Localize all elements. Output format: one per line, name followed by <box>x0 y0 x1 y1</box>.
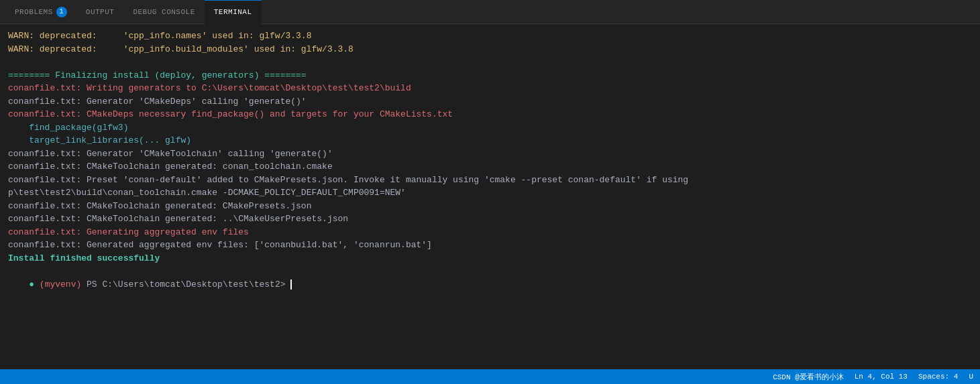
tab-problems-label: PROBLEMS <box>15 8 53 16</box>
tab-output-label: OUTPUT <box>86 8 115 16</box>
terminal-line-7: find_package(glfw3) <box>8 121 972 135</box>
terminal-line-1: WARN: deprecated: 'cpp_info.names' used … <box>8 29 972 43</box>
tab-terminal[interactable]: TERMINAL <box>205 0 262 24</box>
tab-terminal-label: TERMINAL <box>214 8 252 16</box>
terminal-line-5: conanfile.txt: Generator 'CMakeDeps' cal… <box>8 95 972 109</box>
tab-debug-console[interactable]: DEBUG CONSOLE <box>123 0 204 24</box>
terminal-line-14: conanfile.txt: CMakeToolchain generated:… <box>8 212 972 226</box>
status-spaces: Spaces: 4 <box>918 373 958 381</box>
prompt-venv: (myvenv) <box>40 279 81 290</box>
prompt-path: PS C:\Users\tomcat\Desktop\test\test2> <box>81 279 290 290</box>
terminal-line-17: Install finished successfully <box>8 252 972 265</box>
tab-debug-console-label: DEBUG CONSOLE <box>133 8 195 16</box>
terminal-line-separator: ======== Finalizing install (deploy, gen… <box>8 69 972 82</box>
tab-problems[interactable]: PROBLEMS 1 <box>5 0 76 24</box>
status-bar: CSDN @爱看书的小沐 Ln 4, Col 13 Spaces: 4 U <box>0 369 980 384</box>
tab-output[interactable]: OUTPUT <box>76 0 124 24</box>
terminal-line-4: conanfile.txt: Writing generators to C:\… <box>8 82 972 95</box>
tab-problems-badge: 1 <box>56 7 67 17</box>
terminal-line-6: conanfile.txt: CMakeDeps necessary find_… <box>8 108 972 121</box>
terminal-line-9: conanfile.txt: Generator 'CMakeToolchain… <box>8 147 972 161</box>
terminal-line-15: conanfile.txt: Generating aggregated env… <box>8 226 972 239</box>
terminal-line-blank1 <box>8 56 972 69</box>
status-encoding: U <box>969 373 973 381</box>
terminal-line-prompt: ● (myvenv) PS C:\Users\tomcat\Desktop\te… <box>8 265 972 304</box>
cursor <box>290 279 297 290</box>
terminal-line-12: p\test\test2\build\conan_toolchain.cmake… <box>8 186 972 200</box>
status-csdn: CSDN @爱看书的小沐 <box>773 372 844 382</box>
terminal-line-16: conanfile.txt: Generated aggregated env … <box>8 239 972 252</box>
terminal-line-2: WARN: deprecated: 'cpp_info.build_module… <box>8 43 972 56</box>
terminal-line-10: conanfile.txt: CMakeToolchain generated:… <box>8 160 972 174</box>
terminal-content[interactable]: WARN: deprecated: 'cpp_info.names' used … <box>0 24 980 369</box>
circle-icon: ● <box>29 279 40 290</box>
terminal-line-11: conanfile.txt: Preset 'conan-default' ad… <box>8 174 972 187</box>
terminal-line-13: conanfile.txt: CMakeToolchain generated:… <box>8 200 972 213</box>
terminal-line-8: target_link_libraries(... glfw) <box>8 134 972 147</box>
tab-bar: PROBLEMS 1 OUTPUT DEBUG CONSOLE TERMINAL <box>0 0 980 24</box>
status-position: Ln 4, Col 13 <box>855 373 908 381</box>
